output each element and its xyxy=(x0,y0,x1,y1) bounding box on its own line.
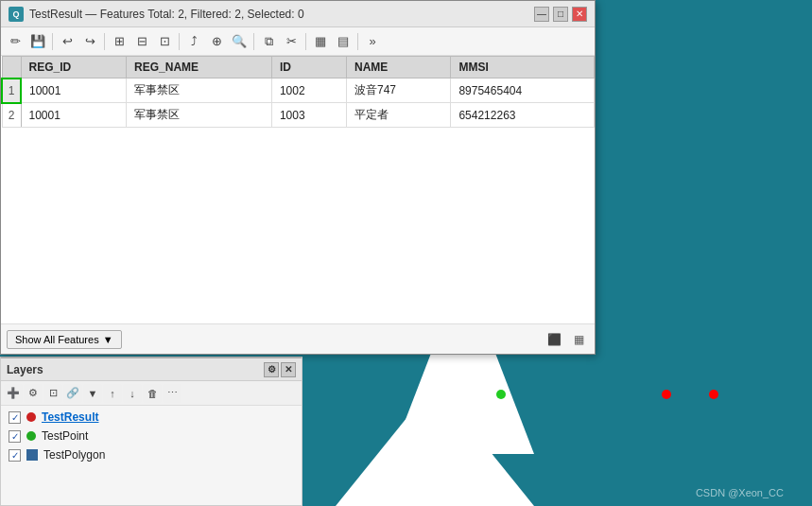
cell-mmsi: 8975465404 xyxy=(451,79,595,103)
layer-icon xyxy=(26,412,36,422)
status-icons: ⬛ ▦ xyxy=(544,329,589,350)
layer-name: TestPolygon xyxy=(43,448,105,462)
layers-settings-button[interactable]: ⚙ xyxy=(264,362,279,377)
layer-icon xyxy=(26,431,36,441)
layer-item[interactable]: ✓TestResult xyxy=(1,408,302,427)
map-dot-green xyxy=(496,390,506,399)
layers-title: Layers xyxy=(7,363,43,376)
toggle-editing-button[interactable]: ✏ xyxy=(5,31,26,52)
close-button[interactable]: ✕ xyxy=(572,7,587,22)
pan-to-selected-button[interactable]: ⊕ xyxy=(206,31,227,52)
layers-up-button[interactable]: ↑ xyxy=(103,384,122,403)
save-edits-button[interactable]: 💾 xyxy=(27,31,48,52)
title-bar: Q TestResult — Features Total: 2, Filter… xyxy=(1,1,595,27)
row-num-header xyxy=(2,57,21,79)
app-icon: Q xyxy=(9,7,24,22)
window-title: TestResult — Features Total: 2, Filtered… xyxy=(29,8,304,21)
col-header-mmsi[interactable]: MMSI xyxy=(451,57,595,79)
cell-name: 波音747 xyxy=(347,79,451,103)
toolbar-separator-2 xyxy=(104,33,105,50)
layers-add-button[interactable]: ➕ xyxy=(4,384,23,403)
table-row[interactable]: 110001军事禁区1002波音7478975465404 xyxy=(2,79,595,103)
layers-header: Layers ⚙ ✕ xyxy=(1,358,302,381)
table-header-row: REG_ID REG_NAME ID NAME MMSI xyxy=(2,57,595,79)
cell-reg_name: 军事禁区 xyxy=(127,79,272,103)
layers-close-button[interactable]: ✕ xyxy=(281,362,296,377)
layer-name: TestPoint xyxy=(42,429,88,443)
layers-delete-button[interactable]: 🗑 xyxy=(143,384,162,403)
delete-button[interactable]: ✂ xyxy=(281,31,302,52)
minimize-button[interactable]: — xyxy=(534,7,549,22)
map-dot-red2 xyxy=(709,390,718,399)
title-controls: — □ ✕ xyxy=(534,7,587,22)
select-all-button[interactable]: ⊞ xyxy=(109,31,130,52)
toolbar-separator-6 xyxy=(357,33,358,50)
col-header-name[interactable]: NAME xyxy=(347,57,451,79)
dock-bottom-button[interactable]: ⬛ xyxy=(544,329,564,350)
toolbar-separator-1 xyxy=(52,33,53,50)
dock-right-button[interactable]: ▦ xyxy=(568,329,589,350)
table-toolbar: ✏ 💾 ↩ ↪ ⊞ ⊟ ⊡ ⤴ ⊕ 🔍 ⧉ ✂ ▦ ▤ » xyxy=(1,27,595,56)
layers-down-button[interactable]: ↓ xyxy=(123,384,142,403)
table-row[interactable]: 210001军事禁区1003平定者654212263 xyxy=(2,103,595,128)
cell-mmsi: 654212263 xyxy=(451,103,595,128)
show-features-label: Show All Features xyxy=(15,334,99,345)
layer-item[interactable]: ✓TestPolygon xyxy=(1,445,302,464)
conditional-format-button[interactable]: ▤ xyxy=(333,31,354,52)
deselect-button[interactable]: ⊟ xyxy=(131,31,152,52)
map-dot-red1 xyxy=(662,390,671,399)
col-header-id[interactable]: ID xyxy=(271,57,346,79)
layer-checkbox[interactable]: ✓ xyxy=(9,449,21,462)
layer-name: TestResult xyxy=(42,410,98,424)
redo-button[interactable]: ↪ xyxy=(79,31,100,52)
feature-table-window: Q TestResult — Features Total: 2, Filter… xyxy=(0,0,596,355)
cell-name: 平定者 xyxy=(347,103,451,128)
cell-reg_id: 10001 xyxy=(21,79,127,103)
field-calculator-button[interactable]: ▦ xyxy=(310,31,331,52)
dropdown-arrow-icon: ▼ xyxy=(103,334,113,345)
feature-table-container[interactable]: REG_ID REG_NAME ID NAME MMSI 110001军事禁区1… xyxy=(1,56,595,323)
cell-reg_id: 10001 xyxy=(21,103,127,128)
layers-header-controls: ⚙ ✕ xyxy=(264,362,296,377)
more-actions-button[interactable]: » xyxy=(362,31,383,52)
move-to-selected-button[interactable]: ⤴ xyxy=(183,31,204,52)
layers-link-button[interactable]: 🔗 xyxy=(63,384,82,403)
toolbar-separator-4 xyxy=(253,33,254,50)
layers-settings2-button[interactable]: ⚙ xyxy=(24,384,43,403)
map-watermark: CSDN @Xeon_CC xyxy=(696,487,784,498)
title-bar-left: Q TestResult — Features Total: 2, Filter… xyxy=(9,7,304,22)
layers-toolbar: ➕ ⚙ ⊡ 🔗 ▼ ↑ ↓ 🗑 ⋯ xyxy=(1,381,302,406)
map-triangle-bottom xyxy=(336,383,534,506)
layer-icon xyxy=(26,449,38,461)
layer-checkbox[interactable]: ✓ xyxy=(9,411,21,424)
layers-filter-button[interactable]: ⊡ xyxy=(43,384,62,403)
col-header-reg-name[interactable]: REG_NAME xyxy=(127,57,272,79)
feature-table: REG_ID REG_NAME ID NAME MMSI 110001军事禁区1… xyxy=(1,56,595,128)
layer-checkbox[interactable]: ✓ xyxy=(9,430,21,443)
cell-id: 1003 xyxy=(271,103,346,128)
row-number-cell: 2 xyxy=(2,103,21,128)
layers-dropdown-button[interactable]: ▼ xyxy=(83,384,102,403)
zoom-to-selected-button[interactable]: 🔍 xyxy=(229,31,250,52)
filter-select-button[interactable]: ⊡ xyxy=(154,31,175,52)
show-features-button[interactable]: Show All Features ▼ xyxy=(7,330,122,349)
col-header-reg-id[interactable]: REG_ID xyxy=(21,57,127,79)
status-bar: Show All Features ▼ ⬛ ▦ xyxy=(1,323,595,354)
maximize-button[interactable]: □ xyxy=(553,7,568,22)
row-number-cell: 1 xyxy=(2,79,21,103)
toolbar-separator-3 xyxy=(179,33,180,50)
cell-reg_name: 军事禁区 xyxy=(127,103,272,128)
toolbar-separator-5 xyxy=(305,33,306,50)
layers-panel: Layers ⚙ ✕ ➕ ⚙ ⊡ 🔗 ▼ ↑ ↓ 🗑 ⋯ ✓TestResult… xyxy=(0,357,302,506)
undo-button[interactable]: ↩ xyxy=(57,31,78,52)
layers-more-button[interactable]: ⋯ xyxy=(163,384,181,403)
cell-id: 1002 xyxy=(271,79,346,103)
layers-list: ✓TestResult✓TestPoint✓TestPolygon xyxy=(1,406,302,505)
layer-item[interactable]: ✓TestPoint xyxy=(1,427,302,445)
copy-button[interactable]: ⧉ xyxy=(258,31,279,52)
